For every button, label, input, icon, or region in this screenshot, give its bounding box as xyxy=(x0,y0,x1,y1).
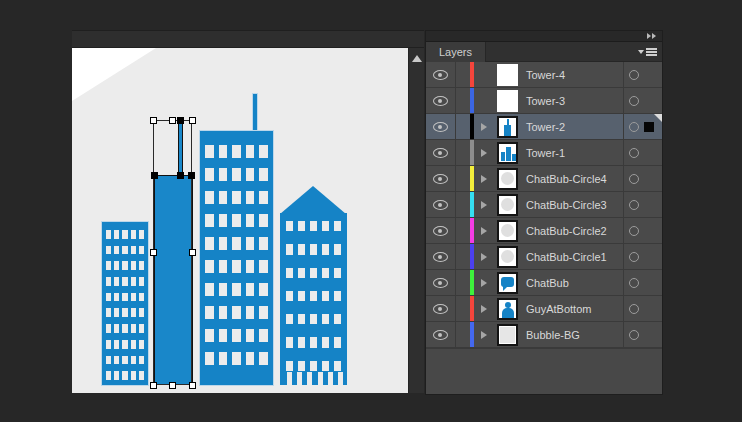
expand-triangle-icon[interactable] xyxy=(481,331,487,339)
building-center[interactable] xyxy=(200,131,273,385)
layer-row[interactable]: ChatBub-Circle3 xyxy=(426,192,662,218)
layer-name[interactable]: ChatBub xyxy=(526,270,569,296)
scrollbar-up-arrow-icon[interactable] xyxy=(412,55,422,62)
eye-icon[interactable] xyxy=(433,174,448,184)
expand-triangle-icon[interactable] xyxy=(481,227,487,235)
layer-main-cell[interactable]: ChatBub-Circle3 xyxy=(456,192,623,217)
target-circle-icon[interactable] xyxy=(629,122,639,132)
layer-main-cell[interactable]: Tower-1 xyxy=(456,140,623,165)
layer-main-cell[interactable]: Tower-3 xyxy=(456,88,623,113)
building-left[interactable] xyxy=(102,222,148,385)
eye-icon[interactable] xyxy=(433,122,448,132)
layer-main-cell[interactable]: Tower-2 xyxy=(456,114,623,139)
layer-thumbnail[interactable] xyxy=(497,168,518,190)
selection-handle[interactable] xyxy=(150,382,157,389)
selection-handle[interactable] xyxy=(169,117,176,124)
selected-anchor-handle[interactable] xyxy=(151,172,158,179)
eye-icon[interactable] xyxy=(433,200,448,210)
canvas-vertical-scrollbar[interactable] xyxy=(408,48,424,393)
layer-name[interactable]: ChatBub-Circle3 xyxy=(526,192,607,218)
target-circle-icon[interactable] xyxy=(629,174,639,184)
selected-tower-body[interactable] xyxy=(154,175,193,385)
layer-row[interactable]: ChatBub xyxy=(426,270,662,296)
building-right[interactable] xyxy=(280,213,347,385)
expand-triangle-icon[interactable] xyxy=(481,201,487,209)
visibility-toggle-cell[interactable] xyxy=(426,62,456,87)
eye-icon[interactable] xyxy=(433,304,448,314)
layer-row[interactable]: ChatBub-Circle4 xyxy=(426,166,662,192)
target-circle-icon[interactable] xyxy=(629,148,639,158)
target-circle-icon[interactable] xyxy=(629,70,639,80)
visibility-toggle-cell[interactable] xyxy=(426,140,456,165)
layer-thumbnail[interactable] xyxy=(497,220,518,242)
tab-layers[interactable]: Layers xyxy=(426,42,486,62)
selected-anchor-handle[interactable] xyxy=(177,117,184,124)
expand-triangle-icon[interactable] xyxy=(481,279,487,287)
layer-row[interactable]: ChatBub-Circle2 xyxy=(426,218,662,244)
selection-handle[interactable] xyxy=(189,382,196,389)
selection-handle[interactable] xyxy=(189,249,196,256)
selection-handle[interactable] xyxy=(150,117,157,124)
selection-handle[interactable] xyxy=(169,382,176,389)
selection-handle[interactable] xyxy=(189,117,196,124)
visibility-toggle-cell[interactable] xyxy=(426,192,456,217)
target-circle-icon[interactable] xyxy=(629,278,639,288)
expand-triangle-icon[interactable] xyxy=(481,305,487,313)
layer-name[interactable]: Tower-3 xyxy=(526,88,565,114)
layer-thumbnail[interactable] xyxy=(497,246,518,268)
visibility-toggle-cell[interactable] xyxy=(426,88,456,113)
expand-triangle-icon[interactable] xyxy=(481,123,487,131)
visibility-toggle-cell[interactable] xyxy=(426,166,456,191)
layer-main-cell[interactable]: ChatBub xyxy=(456,270,623,295)
eye-icon[interactable] xyxy=(433,330,448,340)
layer-name[interactable]: Bubble-BG xyxy=(526,322,580,348)
panel-menu-icon[interactable] xyxy=(638,48,657,56)
layer-row[interactable]: Tower-4 xyxy=(426,62,662,88)
target-circle-icon[interactable] xyxy=(629,330,639,340)
layer-list-empty-area[interactable] xyxy=(426,348,662,394)
layer-row[interactable]: Bubble-BG xyxy=(426,322,662,348)
layer-thumbnail[interactable] xyxy=(497,272,518,294)
building-center-antenna[interactable] xyxy=(253,94,257,132)
layer-row[interactable]: Tower-1 xyxy=(426,140,662,166)
target-circle-icon[interactable] xyxy=(629,200,639,210)
layer-main-cell[interactable]: ChatBub-Circle1 xyxy=(456,244,623,269)
layer-thumbnail[interactable] xyxy=(497,194,518,216)
layer-main-cell[interactable]: ChatBub-Circle4 xyxy=(456,166,623,191)
layer-name[interactable]: Tower-4 xyxy=(526,62,565,88)
layer-row[interactable]: Tower-2 xyxy=(426,114,662,140)
layer-name[interactable]: Tower-1 xyxy=(526,140,565,166)
selected-tower-antenna[interactable] xyxy=(178,120,183,176)
expand-triangle-icon[interactable] xyxy=(481,175,487,183)
layer-thumbnail[interactable] xyxy=(497,298,518,320)
layer-thumbnail[interactable] xyxy=(497,90,518,112)
layer-main-cell[interactable]: Bubble-BG xyxy=(456,322,623,347)
layer-name[interactable]: ChatBub-Circle1 xyxy=(526,244,607,270)
expand-triangle-icon[interactable] xyxy=(481,253,487,261)
visibility-toggle-cell[interactable] xyxy=(426,296,456,321)
visibility-toggle-cell[interactable] xyxy=(426,322,456,347)
layer-main-cell[interactable]: GuyAtBottom xyxy=(456,296,623,321)
layer-name[interactable]: ChatBub-Circle4 xyxy=(526,166,607,192)
visibility-toggle-cell[interactable] xyxy=(426,218,456,243)
visibility-toggle-cell[interactable] xyxy=(426,270,456,295)
building-right-roof[interactable] xyxy=(280,186,346,214)
eye-icon[interactable] xyxy=(433,226,448,236)
layer-name[interactable]: ChatBub-Circle2 xyxy=(526,218,607,244)
eye-icon[interactable] xyxy=(433,252,448,262)
visibility-toggle-cell[interactable] xyxy=(426,114,456,139)
selected-anchor-handle[interactable] xyxy=(177,172,184,179)
layer-thumbnail[interactable] xyxy=(497,142,518,164)
selected-anchor-handle[interactable] xyxy=(188,172,195,179)
layer-name[interactable]: GuyAtBottom xyxy=(526,296,591,322)
layer-thumbnail[interactable] xyxy=(497,116,518,138)
layer-row[interactable]: GuyAtBottom xyxy=(426,296,662,322)
expand-triangle-icon[interactable] xyxy=(481,149,487,157)
layer-row[interactable]: ChatBub-Circle1 xyxy=(426,244,662,270)
eye-icon[interactable] xyxy=(433,70,448,80)
layer-main-cell[interactable]: Tower-4 xyxy=(456,62,623,87)
selection-handle[interactable] xyxy=(150,249,157,256)
eye-icon[interactable] xyxy=(433,96,448,106)
target-circle-icon[interactable] xyxy=(629,96,639,106)
eye-icon[interactable] xyxy=(433,148,448,158)
